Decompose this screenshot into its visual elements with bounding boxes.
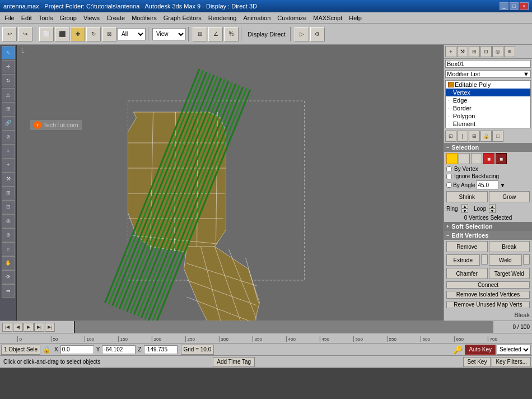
display-panel-btn[interactable]: ◎ [492, 46, 503, 57]
loop-down[interactable]: ▼ [489, 208, 496, 213]
display-tool[interactable]: ◎ [2, 214, 15, 228]
utilities-panel-btn[interactable]: ⊕ [504, 46, 515, 57]
chamfer-button[interactable]: Chamfer [446, 268, 488, 279]
select-button[interactable]: ⬜ [39, 27, 54, 41]
walk-tool[interactable]: ➡ [2, 284, 15, 298]
connect-button[interactable]: Connect [446, 281, 530, 289]
tab-3[interactable]: ⊞ [469, 131, 480, 142]
utilities-tool[interactable]: ⊕ [2, 228, 15, 242]
tab-2[interactable]: | [457, 131, 468, 142]
soft-selection-header[interactable]: + Soft Selection [444, 222, 532, 231]
play-btn[interactable]: ▶ [24, 323, 34, 332]
render-button[interactable]: ▷ [295, 27, 309, 41]
edit-vertices-header[interactable]: − Edit Vertices [444, 231, 532, 240]
grow-button[interactable]: Grow [489, 191, 530, 202]
angle-value-input[interactable] [476, 180, 498, 189]
filter-dropdown[interactable]: All [118, 28, 146, 40]
modify-tool[interactable]: ⚒ [2, 172, 15, 185]
menu-customize[interactable]: Customize [274, 13, 310, 22]
hierarchy-tool[interactable]: ⊞ [2, 186, 15, 200]
ring-down[interactable]: ▼ [461, 208, 468, 213]
minimize-button[interactable]: _ [500, 2, 508, 10]
polygon-item[interactable]: ··· Polygon [446, 112, 530, 120]
lock-icon[interactable]: 🔒 [41, 346, 52, 354]
menu-modifiers[interactable]: Modifiers [128, 13, 160, 22]
target-weld-button[interactable]: Target Weld [489, 268, 530, 279]
object-name-field[interactable] [445, 60, 531, 68]
z-coord-input[interactable] [144, 345, 178, 354]
by-vertex-checkbox[interactable] [446, 166, 452, 172]
shrink-button[interactable]: Shrink [446, 191, 488, 202]
x-coord-input[interactable] [60, 345, 94, 354]
remove-isolated-button[interactable]: Remove Isolated Vertices [446, 291, 530, 298]
loop-up[interactable]: ▲ [489, 204, 496, 208]
tab-5[interactable]: □ [492, 131, 503, 142]
redo-button[interactable]: ↪ [18, 27, 32, 41]
move-tool[interactable]: ✛ [2, 60, 15, 73]
add-time-tag-button[interactable]: Add Time Tag [213, 357, 255, 367]
edge-item[interactable]: ··· Edge [446, 96, 530, 104]
render-setup-button[interactable]: ⚙ [310, 27, 325, 41]
editable-poly-item[interactable]: Editable Poly [446, 81, 530, 89]
polygon-select-icon[interactable]: ■ [483, 153, 494, 164]
link-tool[interactable]: 🔗 [2, 116, 15, 129]
modifier-list-dropdown[interactable]: Modifier List ▼ [445, 70, 531, 78]
modify-panel-btn[interactable]: ⚒ [457, 46, 468, 57]
menu-maxscript[interactable]: MAXScript [310, 13, 346, 22]
timeline-track[interactable] [74, 321, 493, 333]
move-button[interactable]: ✚ [71, 27, 85, 41]
extrude-button[interactable]: Extrude [446, 254, 480, 266]
scale-button[interactable]: ⊠ [102, 27, 116, 41]
next-frame-btn[interactable]: ▶| [34, 323, 44, 332]
extrude-settings-btn[interactable]: ⊡ [481, 254, 488, 265]
menu-file[interactable]: File [1, 13, 18, 22]
selected-dropdown[interactable]: Selected [497, 345, 531, 355]
auto-key-button[interactable]: Auto Key [465, 345, 496, 355]
border-item[interactable]: ··· Border [446, 104, 530, 112]
go-start-btn[interactable]: |◀ [2, 323, 12, 332]
pan-tool[interactable]: ✋ [2, 256, 15, 270]
menu-animation[interactable]: Animation [240, 13, 274, 22]
break-button[interactable]: Break [489, 241, 530, 252]
element-select-icon[interactable]: ■ [496, 153, 507, 164]
close-button[interactable]: × [520, 2, 529, 10]
element-item[interactable]: ··· Element [446, 120, 530, 128]
weld-button[interactable]: Weld [489, 254, 522, 266]
menu-tools[interactable]: Tools [35, 13, 57, 22]
border-select-icon[interactable]: □ [471, 153, 482, 164]
ignore-backfacing-checkbox[interactable] [446, 174, 452, 179]
transform-tool[interactable]: ⊞ [2, 102, 15, 115]
menu-group[interactable]: Group [56, 13, 80, 22]
tab-1[interactable]: ⊡ [445, 131, 456, 142]
ring-up[interactable]: ▲ [461, 204, 468, 208]
snap-button[interactable]: ⊞ [193, 27, 207, 41]
set-key-button[interactable]: Set Key [463, 357, 491, 367]
weld-settings-btn[interactable]: ⊡ [523, 254, 530, 265]
undo-button[interactable]: ↩ [2, 27, 17, 41]
edge-select-icon[interactable]: / [459, 153, 470, 164]
region-select-button[interactable]: ⬛ [55, 27, 69, 41]
bind-tool[interactable]: ○ [2, 144, 15, 157]
remove-button[interactable]: Remove [446, 241, 488, 252]
menu-graph-editors[interactable]: Graph Editors [160, 13, 205, 22]
menu-views[interactable]: Views [80, 13, 103, 22]
maximize-button[interactable]: □ [510, 2, 519, 10]
y-coord-input[interactable] [102, 345, 136, 354]
arc-rotate-tool[interactable]: ⟳ [2, 270, 15, 284]
remove-unused-button[interactable]: Remove Unused Map Verts [446, 301, 530, 308]
go-end-btn[interactable]: ▶| [45, 323, 55, 332]
angle-snap-button[interactable]: ∠ [208, 27, 223, 41]
menu-help[interactable]: Help [346, 13, 365, 22]
selection-section-header[interactable]: − Selection [444, 143, 532, 152]
vertex-select-icon[interactable]: · [446, 153, 458, 164]
hierarchy-panel-btn[interactable]: ⊞ [469, 46, 480, 57]
view-dropdown[interactable]: View [152, 28, 186, 40]
unlink-tool[interactable]: ⊘ [2, 130, 15, 143]
key-filters-button[interactable]: Key Filters... [492, 357, 531, 367]
select-tool[interactable]: ↖ [2, 46, 15, 59]
create-tool[interactable]: + [2, 158, 15, 171]
menu-create[interactable]: Create [103, 13, 128, 22]
motion-panel-btn[interactable]: ⊡ [480, 46, 492, 57]
percent-snap-button[interactable]: % [224, 27, 239, 41]
scale-tool[interactable]: △ [2, 88, 15, 101]
